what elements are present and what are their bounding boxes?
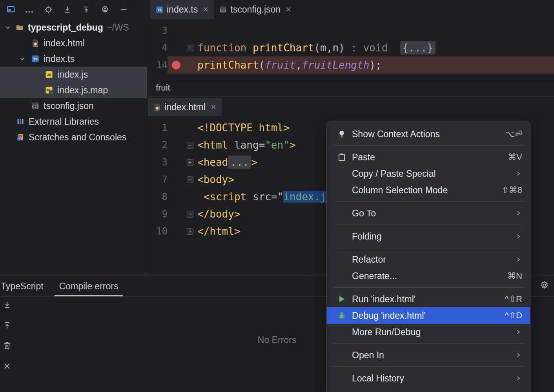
fold-minus-icon[interactable]: − — [187, 142, 193, 149]
breakpoint-gutter[interactable] — [168, 154, 185, 171]
breakpoint-gutter[interactable] — [168, 136, 185, 154]
tab-tsconfig-json[interactable]: {;}tsconfig.json× — [214, 0, 297, 19]
menu-separator — [332, 145, 525, 146]
menu-item-paste[interactable]: Paste⌘V — [327, 149, 530, 165]
fold-gutter[interactable] — [185, 119, 195, 136]
more-button[interactable]: ... — [23, 3, 36, 16]
fold-gutter[interactable]: − — [185, 171, 195, 188]
fold-gutter[interactable]: + — [185, 39, 195, 56]
line-content: printChart(fruit,fruitLength); — [168, 56, 554, 74]
fold-gutter[interactable]: − — [185, 136, 195, 154]
fold-gutter[interactable]: › — [185, 223, 195, 240]
code-line-14[interactable]: 14printChart(fruit,fruitLength); — [147, 56, 554, 74]
libraries-icon — [16, 118, 24, 125]
menu-separator — [332, 367, 525, 367]
close-button[interactable] — [2, 361, 12, 371]
tree-item-tsconfig-json[interactable]: {;}tsconfig.json — [0, 98, 147, 114]
settings-button[interactable] — [98, 3, 111, 16]
fold-gutter[interactable] — [185, 56, 195, 74]
project-toolbar: ... — [0, 0, 147, 19]
ts-editor[interactable]: 34+function printChart(m,n) : void {...}… — [147, 19, 554, 79]
breakpoint-gutter[interactable] — [168, 205, 185, 223]
tab-close-icon[interactable]: × — [286, 5, 291, 14]
fold-gutter[interactable] — [185, 22, 195, 39]
tab-index-html[interactable]: index.html× — [148, 98, 222, 116]
line-number: 3 — [147, 22, 168, 39]
tab-close-icon[interactable]: × — [211, 102, 216, 112]
locate-button[interactable] — [42, 3, 55, 16]
bottom-settings-button[interactable] — [539, 280, 549, 290]
menu-item-label: Show Context Actions — [352, 129, 497, 140]
menu-item-column-selection-mode[interactable]: Column Selection Mode⇧⌘8 — [327, 182, 530, 198]
fold-end-icon[interactable]: › — [187, 211, 193, 218]
line-number: 10 — [147, 223, 168, 240]
window-button[interactable] — [4, 3, 17, 16]
menu-item-folding[interactable]: Folding — [327, 228, 530, 245]
menu-item-show-context-actions[interactable]: Show Context Actions⌥⏎ — [327, 126, 530, 142]
tree-item-index-js-map[interactable]: JS{}index.js.map — [0, 82, 147, 98]
fold-gutter[interactable]: › — [185, 205, 195, 223]
clipboard-icon — [337, 152, 352, 162]
breakpoint-gutter[interactable] — [168, 188, 185, 205]
menu-item-copy-paste-special[interactable]: Copy / Paste Special — [327, 165, 530, 182]
breakpoint-gutter[interactable] — [168, 56, 185, 74]
menu-item-go-to[interactable]: Go To — [327, 205, 530, 221]
code-line-4[interactable]: 4+function printChart(m,n) : void {...} — [147, 39, 554, 56]
tab-close-icon[interactable]: × — [203, 5, 208, 14]
collapse-all-button[interactable] — [79, 3, 93, 16]
breakpoint-gutter[interactable] — [168, 22, 185, 39]
ts-icon: TS — [156, 6, 163, 13]
tree-item-typescript-debug[interactable]: typescript_debug~/WS — [0, 20, 147, 35]
menu-item-more-run-debug[interactable]: More Run/Debug — [327, 324, 530, 340]
hide-button[interactable] — [117, 3, 130, 16]
menu-item-label: More Run/Debug — [352, 327, 507, 338]
submenu-arrow-icon — [514, 351, 522, 359]
menu-item-refactor[interactable]: Refactor — [327, 251, 530, 268]
bottom-tab-compile-errors[interactable]: Compile errors — [51, 276, 126, 296]
breakpoint-gutter[interactable] — [168, 171, 185, 188]
submenu-arrow-icon — [514, 232, 522, 240]
menu-item-label: Folding — [352, 231, 507, 242]
line-number: 3 — [147, 154, 168, 171]
menu-item-label: Paste — [352, 152, 500, 163]
breakpoint-gutter[interactable] — [168, 223, 185, 240]
menu-item-local-history[interactable]: Local History — [327, 370, 530, 387]
menu-item-shortcut: ⇧⌘8 — [501, 185, 522, 195]
menu-item-label: Go To — [352, 208, 507, 219]
project-tree: typescript_debug~/WSindex.htmlTSindex.ts… — [0, 20, 147, 145]
menu-item-debug-index-html[interactable]: Debug 'index.html'^⇧D — [327, 307, 530, 324]
fold-gutter[interactable] — [185, 188, 195, 205]
svg-text:TS: TS — [157, 8, 162, 12]
menu-item-label: Debug 'index.html' — [352, 310, 497, 321]
expand-all-button[interactable] — [2, 300, 12, 310]
breakpoint-gutter[interactable] — [168, 39, 185, 56]
chevron-down-icon[interactable] — [4, 24, 12, 31]
tree-item-label: tsconfig.json — [44, 101, 94, 111]
tree-item-scratches-and-consoles[interactable]: Scratches and Consoles — [0, 129, 147, 145]
top-bar: ... TSindex.ts×{;}tsconfig.json× — [0, 0, 554, 19]
tree-item-external-libraries[interactable]: External Libraries — [0, 114, 147, 129]
code-line-3[interactable]: 3 — [147, 22, 554, 39]
bottom-tab-typescript[interactable]: TypeScript — [0, 276, 51, 296]
tree-item-label: typescript_debug — [28, 22, 103, 33]
collapse-all-button[interactable] — [2, 320, 12, 330]
fold-end-icon[interactable]: › — [187, 228, 193, 235]
menu-item-label: Local History — [352, 373, 507, 384]
tree-item-index-ts[interactable]: TSindex.ts — [0, 51, 147, 67]
expand-all-button[interactable] — [60, 3, 74, 16]
fold-gutter[interactable]: + — [185, 154, 195, 171]
fold-minus-icon[interactable]: − — [187, 176, 193, 183]
tree-item-index-js[interactable]: JSindex.js — [0, 67, 147, 82]
chevron-down-icon[interactable] — [18, 55, 26, 63]
tree-item-label: index.ts — [44, 54, 75, 64]
fold-plus-icon[interactable]: + — [187, 45, 193, 51]
submenu-arrow-icon — [514, 374, 522, 382]
menu-item-generate[interactable]: Generate...⌘N — [327, 268, 530, 284]
menu-item-open-in[interactable]: Open In — [327, 347, 530, 363]
tab-index-ts[interactable]: TSindex.ts× — [150, 0, 214, 19]
menu-item-run-index-html[interactable]: Run 'index.html'^⇧R — [327, 291, 530, 307]
tree-item-index-html[interactable]: index.html — [0, 35, 147, 51]
hide-icon — [119, 5, 128, 14]
breakpoint-gutter[interactable] — [168, 119, 185, 136]
fold-plus-icon[interactable]: + — [187, 159, 193, 166]
